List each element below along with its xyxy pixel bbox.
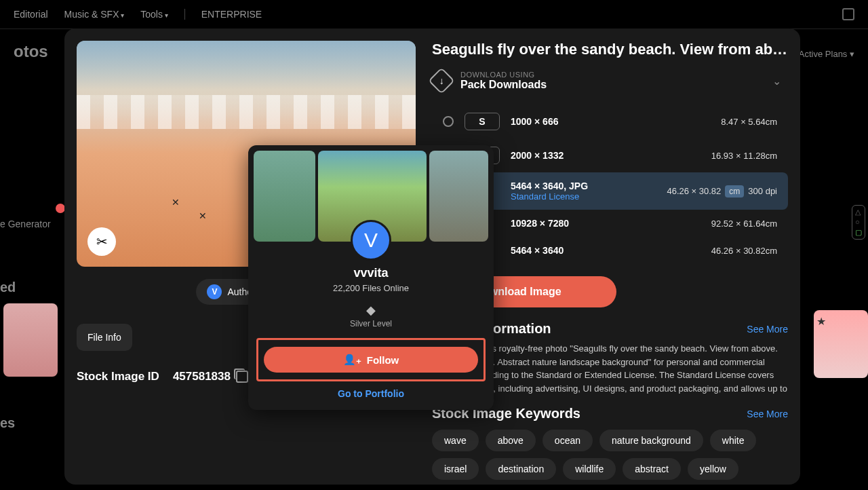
download-method-value: Pack Downloads (460, 79, 547, 91)
keyword-pill[interactable]: wave (432, 430, 479, 451)
active-plans-dropdown[interactable]: Active Plans (799, 49, 854, 59)
author-file-count: 22,200 Files Online (254, 283, 488, 293)
chevron-down-icon: ⌄ (772, 75, 781, 88)
notification-badge (56, 204, 65, 213)
keyword-pill[interactable]: above (486, 430, 536, 451)
diamond-icon: ◆ (254, 303, 488, 318)
generator-link-fragment: e Generator (0, 219, 51, 229)
nav-divider (184, 9, 185, 20)
author-popup: V vvvita 22,200 Files Online ◆ Silver Le… (248, 145, 494, 410)
keyword-pill[interactable]: yellow (688, 458, 738, 480)
keyword-pill[interactable]: white (710, 430, 757, 451)
stock-id-value: 457581838 (173, 370, 231, 383)
file-info-button[interactable]: File Info (77, 324, 132, 351)
keyword-pill[interactable]: wildlife (563, 458, 616, 480)
keyword-pill[interactable]: destination (486, 458, 556, 480)
nav-music[interactable]: Music & SFX (64, 9, 125, 20)
unit-badge[interactable]: cm (725, 185, 744, 197)
follow-button[interactable]: 👤₊ Follow (264, 347, 478, 373)
side-toolbar[interactable]: △ ○ ▢ (852, 205, 865, 240)
keyword-pill[interactable]: ocean (542, 430, 593, 451)
author-level: Silver Level (254, 319, 488, 328)
keyword-pill[interactable]: nature background (599, 430, 703, 451)
download-icon: ↓ (428, 67, 455, 94)
image-title: Seagulls fly over the sandy beach. View … (432, 41, 788, 58)
stock-id-label: Stock Image ID (77, 370, 159, 383)
usage-see-more-link[interactable]: See More (747, 324, 788, 335)
nav-editorial[interactable]: Editorial (14, 9, 48, 20)
follow-label: Follow (367, 354, 399, 366)
radio-icon[interactable] (443, 116, 454, 127)
keyword-pill[interactable]: abstract (623, 458, 681, 480)
top-nav: Editorial Music & SFX Tools ENTERPRISE (0, 0, 868, 29)
follow-highlight: 👤₊ Follow (256, 338, 486, 381)
nav-tools[interactable]: Tools (140, 9, 167, 20)
circle-icon[interactable]: ○ (855, 219, 862, 226)
download-method-selector[interactable]: ↓ DOWNLOAD USING Pack Downloads ⌄ (432, 71, 788, 91)
go-to-portfolio-link[interactable]: Go to Portfolio (254, 388, 488, 404)
author-avatar-large[interactable]: V (351, 220, 391, 261)
keyword-pill[interactable]: israel (432, 458, 479, 480)
portfolio-thumb[interactable] (254, 151, 315, 242)
crop-icon[interactable]: ✂ (87, 227, 116, 256)
license-link[interactable]: Standard License (511, 191, 599, 202)
author-name: vvvita (254, 266, 488, 280)
size-badge: S (465, 113, 500, 130)
copy-icon[interactable] (236, 371, 248, 383)
chat-icon[interactable] (842, 8, 854, 20)
star-icon: ★ (816, 315, 826, 328)
user-plus-icon: 👤₊ (343, 354, 361, 366)
bg-thumbnail (3, 303, 58, 377)
download-using-label: DOWNLOAD USING (460, 71, 547, 79)
author-avatar: V (207, 284, 222, 299)
saved-heading-fragment: ed (0, 280, 16, 295)
size-option[interactable]: S1000 × 6668.47 × 5.64cm (432, 105, 788, 138)
portfolio-thumb[interactable] (429, 151, 488, 242)
keywords-see-more-link[interactable]: See More (747, 409, 788, 419)
heading-fragment: es (0, 415, 15, 431)
triangle-icon[interactable]: △ (855, 208, 862, 216)
nav-enterprise[interactable]: ENTERPRISE (201, 9, 262, 20)
square-icon[interactable]: ▢ (855, 229, 862, 236)
